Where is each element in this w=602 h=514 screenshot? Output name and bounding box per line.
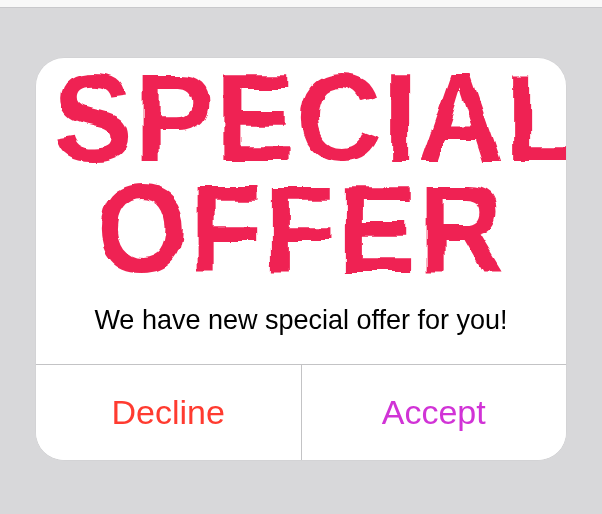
- decline-button[interactable]: Decline: [36, 365, 301, 460]
- decline-button-label: Decline: [112, 393, 225, 432]
- alert-dialog: SPECIAL OFFER We have new special offer …: [36, 58, 566, 459]
- promo-headline: SPECIAL OFFER: [54, 58, 548, 288]
- status-bar-edge: [0, 0, 602, 8]
- dialog-button-row: Decline Accept: [36, 364, 566, 460]
- dialog-body: SPECIAL OFFER We have new special offer …: [36, 58, 566, 363]
- dialog-subtitle: We have new special offer for you!: [54, 305, 548, 336]
- accept-button-label: Accept: [382, 393, 486, 432]
- accept-button[interactable]: Accept: [301, 365, 567, 460]
- headline-line-2: OFFER: [54, 171, 548, 289]
